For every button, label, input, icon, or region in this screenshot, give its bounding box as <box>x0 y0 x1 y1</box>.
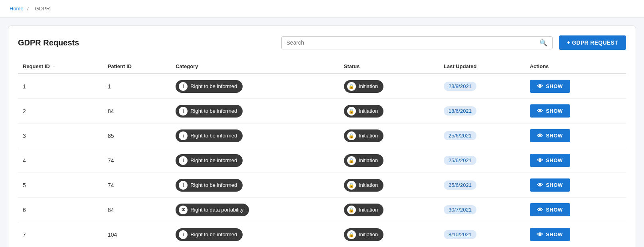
info-icon: i <box>179 82 188 91</box>
main-container: GDPR Requests 🔍 + GDPR REQUEST Request I… <box>8 25 636 247</box>
cell-category: iRight to be informed <box>171 74 339 99</box>
date-badge: 18/6/2021 <box>444 106 476 116</box>
cell-actions: 👁SHOW <box>525 148 626 173</box>
cell-last-updated: 25/6/2021 <box>439 173 525 198</box>
cell-status: 🔒Initiation <box>339 198 439 222</box>
cell-last-updated: 25/6/2021 <box>439 124 525 148</box>
status-badge: 🔒Initiation <box>344 129 383 142</box>
show-button[interactable]: 👁SHOW <box>530 228 570 241</box>
category-badge: iRight to be informed <box>176 105 243 118</box>
show-label: SHOW <box>546 157 563 163</box>
cell-last-updated: 25/6/2021 <box>439 148 525 173</box>
cell-actions: 👁SHOW <box>525 198 626 222</box>
show-label: SHOW <box>546 182 563 188</box>
category-badge: iRight to be informed <box>176 154 243 167</box>
status-label: Initiation <box>359 83 378 89</box>
page-title: GDPR Requests <box>18 38 79 47</box>
category-badge: ✉Right to data portability <box>176 204 249 216</box>
cell-actions: 👁SHOW <box>525 74 626 99</box>
show-label: SHOW <box>546 83 563 89</box>
col-header-actions: Actions <box>525 59 626 74</box>
eye-icon: 👁 <box>537 206 543 213</box>
category-label: Right to be informed <box>190 157 237 163</box>
cell-request-id: 1 <box>18 74 103 99</box>
cell-status: 🔒Initiation <box>339 74 439 99</box>
breadcrumb-current: GDPR <box>35 6 50 12</box>
lock-icon: 🔒 <box>347 206 356 214</box>
category-label: Right to be informed <box>190 83 237 89</box>
cell-request-id: 4 <box>18 148 103 173</box>
search-input[interactable] <box>286 39 538 46</box>
show-button[interactable]: 👁SHOW <box>530 80 570 93</box>
cell-last-updated: 18/6/2021 <box>439 99 525 124</box>
cell-actions: 👁SHOW <box>525 222 626 247</box>
add-gdpr-request-button[interactable]: + GDPR REQUEST <box>559 35 626 50</box>
cell-category: iRight to be informed <box>171 222 339 247</box>
date-badge: 25/6/2021 <box>444 131 476 140</box>
show-label: SHOW <box>546 133 563 139</box>
status-badge: 🔒Initiation <box>344 204 383 216</box>
info-icon: i <box>179 181 188 190</box>
search-wrapper: 🔍 <box>281 36 553 49</box>
category-label: Right to be informed <box>190 182 237 188</box>
table-row: 574iRight to be informed🔒Initiation25/6/… <box>18 173 626 198</box>
col-header-status: Status <box>339 59 439 74</box>
category-label: Right to be informed <box>190 133 237 139</box>
cell-status: 🔒Initiation <box>339 148 439 173</box>
show-button[interactable]: 👁SHOW <box>530 203 570 216</box>
status-badge: 🔒Initiation <box>344 80 383 93</box>
cell-status: 🔒Initiation <box>339 99 439 124</box>
table-row: 7104iRight to be informed🔒Initiation8/10… <box>18 222 626 247</box>
lock-icon: 🔒 <box>347 230 356 239</box>
date-badge: 30/7/2021 <box>444 205 476 214</box>
col-header-patient-id: Patient ID <box>103 59 171 74</box>
table-row: 684✉Right to data portability🔒Initiation… <box>18 198 626 222</box>
status-label: Initiation <box>359 231 378 237</box>
eye-icon: 👁 <box>537 83 543 90</box>
eye-icon: 👁 <box>537 132 543 139</box>
cell-last-updated: 30/7/2021 <box>439 198 525 222</box>
breadcrumb-separator: / <box>27 6 29 12</box>
status-badge: 🔒Initiation <box>344 105 383 118</box>
cell-last-updated: 8/10/2021 <box>439 222 525 247</box>
cell-actions: 👁SHOW <box>525 173 626 198</box>
date-badge: 23/9/2021 <box>444 82 476 91</box>
category-badge: iRight to be informed <box>176 179 243 192</box>
search-icon: 🔍 <box>539 39 547 47</box>
col-header-category: Category <box>171 59 339 74</box>
cell-request-id: 7 <box>18 222 103 247</box>
show-label: SHOW <box>546 231 563 237</box>
cell-actions: 👁SHOW <box>525 124 626 148</box>
cell-actions: 👁SHOW <box>525 99 626 124</box>
date-badge: 25/6/2021 <box>444 180 476 190</box>
cell-status: 🔒Initiation <box>339 124 439 148</box>
table-row: 11iRight to be informed🔒Initiation23/9/2… <box>18 74 626 99</box>
status-label: Initiation <box>359 207 378 213</box>
show-button[interactable]: 👁SHOW <box>530 104 570 118</box>
show-button[interactable]: 👁SHOW <box>530 154 570 167</box>
table-row: 385iRight to be informed🔒Initiation25/6/… <box>18 124 626 148</box>
cell-last-updated: 23/9/2021 <box>439 74 525 99</box>
cell-request-id: 2 <box>18 99 103 124</box>
show-button[interactable]: 👁SHOW <box>530 129 570 142</box>
toolbar: GDPR Requests 🔍 + GDPR REQUEST <box>18 35 626 50</box>
lock-icon: 🔒 <box>347 107 356 116</box>
show-button[interactable]: 👁SHOW <box>530 178 570 192</box>
info-icon: i <box>179 230 188 239</box>
lock-icon: 🔒 <box>347 82 356 91</box>
status-badge: 🔒Initiation <box>344 154 383 167</box>
status-badge: 🔒Initiation <box>344 179 383 192</box>
breadcrumb-home[interactable]: Home <box>10 6 24 12</box>
show-label: SHOW <box>546 207 563 213</box>
category-badge: iRight to be informed <box>176 80 243 93</box>
category-badge: iRight to be informed <box>176 129 243 142</box>
status-label: Initiation <box>359 133 378 139</box>
cell-patient-id: 85 <box>103 124 171 148</box>
cell-patient-id: 1 <box>103 74 171 99</box>
cell-patient-id: 104 <box>103 222 171 247</box>
info-icon: i <box>179 156 188 165</box>
category-badge: iRight to be informed <box>176 228 243 241</box>
col-header-request-id[interactable]: Request ID ↑ <box>18 59 103 74</box>
cell-category: ✉Right to data portability <box>171 198 339 222</box>
mail-icon: ✉ <box>179 206 188 214</box>
